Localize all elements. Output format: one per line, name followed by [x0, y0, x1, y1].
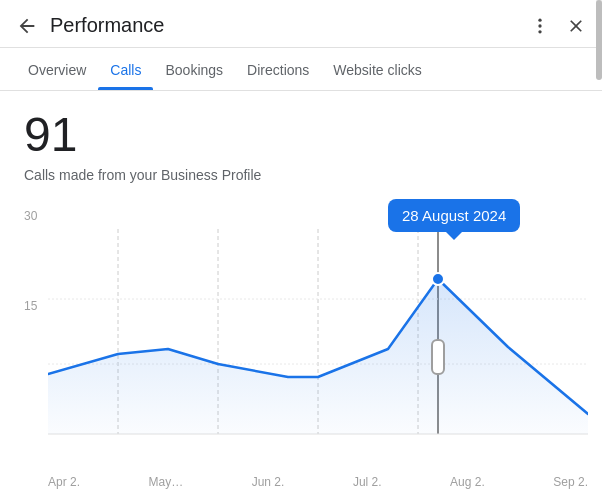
tab-directions[interactable]: Directions [235, 48, 321, 90]
stat-number: 91 [24, 111, 578, 159]
x-label-sep: Sep 2. [553, 475, 588, 489]
more-options-button[interactable] [530, 16, 550, 36]
scrollbar[interactable] [596, 0, 602, 47]
chart-svg-container[interactable]: 28 August 2024 [48, 199, 602, 479]
tab-overview[interactable]: Overview [16, 48, 98, 90]
main-content: 91 Calls made from your Business Profile… [0, 91, 602, 479]
x-label-aug: Aug 2. [450, 475, 485, 489]
close-button[interactable] [566, 16, 586, 36]
chart-data-point[interactable] [432, 273, 444, 285]
back-button[interactable] [16, 15, 38, 37]
tooltip-month-year: August 2024 [422, 207, 506, 224]
line-chart[interactable] [48, 229, 588, 469]
x-axis-labels: Apr 2. May… Jun 2. Jul 2. Aug 2. Sep 2. [48, 471, 588, 489]
page-title: Performance [50, 14, 530, 37]
tab-website-clicks[interactable]: Website clicks [321, 48, 433, 90]
header-actions [530, 16, 586, 36]
chart-area: 30 15 28 August 2024 [24, 199, 578, 479]
x-label-may: May… [149, 475, 184, 489]
x-label-apr: Apr 2. [48, 475, 80, 489]
x-label-jun: Jun 2. [252, 475, 285, 489]
chart-drag-handle[interactable] [431, 339, 445, 375]
tooltip-date: 28 [402, 207, 419, 224]
tab-calls[interactable]: Calls [98, 48, 153, 90]
y-label-30: 30 [24, 209, 37, 223]
svg-point-0 [538, 18, 541, 21]
tab-bookings[interactable]: Bookings [153, 48, 235, 90]
svg-point-2 [538, 30, 541, 33]
chart-tooltip: 28 August 2024 [388, 199, 520, 232]
svg-point-1 [538, 24, 541, 27]
x-label-jul: Jul 2. [353, 475, 382, 489]
tabs-bar: Overview Calls Bookings Directions Websi… [0, 48, 602, 91]
scrollbar-thumb[interactable] [596, 0, 602, 80]
y-label-15: 15 [24, 299, 37, 313]
header: Performance [0, 0, 602, 48]
stat-label: Calls made from your Business Profile [24, 167, 578, 183]
